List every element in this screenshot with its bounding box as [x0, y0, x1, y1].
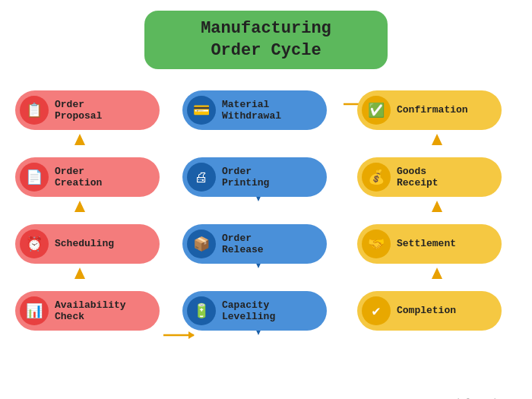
cell-scheduling: ⏰ Scheduling	[8, 211, 167, 277]
node-confirmation: ✅ Confirmation	[357, 90, 502, 130]
node-goods-receipt: 💰 GoodsReceipt	[357, 157, 502, 197]
node-order-printing: 🖨 OrderPrinting	[182, 157, 327, 197]
cell-confirmation: ✅ Confirmation	[342, 77, 517, 144]
scheduling-icon: ⏰	[20, 230, 49, 258]
cell-order-printing: 🖨 OrderPrinting	[167, 144, 342, 211]
cell-capacity-levelling: 🔋 CapacityLevelling	[167, 277, 342, 344]
capacity-levelling-icon: 🔋	[187, 296, 216, 325]
node-capacity-levelling: 🔋 CapacityLevelling	[182, 291, 327, 331]
material-withdrawal-label: MaterialWithdrawal	[222, 99, 281, 122]
order-creation-icon: 📄	[20, 163, 49, 192]
node-settlement: 🤝 Settlement	[357, 224, 502, 264]
cell-settlement: 🤝 Settlement	[342, 211, 517, 277]
page-title: Manufacturing Order Cycle	[158, 18, 374, 62]
settlement-icon: 🤝	[362, 230, 391, 258]
availability-check-label: AvailabilityCheck	[55, 299, 126, 323]
node-order-creation: 📄 OrderCreation	[15, 157, 160, 197]
title-box: Manufacturing Order Cycle	[144, 11, 388, 69]
nodes-grid: 📋 OrderProposal 💳 MaterialWithdrawal ✅ C…	[0, 77, 532, 344]
cell-goods-receipt: 💰 GoodsReceipt	[342, 144, 517, 211]
flow-wrapper: 📋 OrderProposal 💳 MaterialWithdrawal ✅ C…	[0, 77, 532, 344]
node-material-withdrawal: 💳 MaterialWithdrawal	[182, 90, 327, 130]
cell-order-proposal: 📋 OrderProposal	[8, 77, 167, 144]
completion-icon: ✔	[362, 296, 391, 325]
order-release-label: OrderRelease	[222, 233, 264, 256]
node-order-proposal: 📋 OrderProposal	[15, 90, 160, 130]
confirmation-label: Confirmation	[397, 104, 468, 116]
node-completion: ✔ Completion	[357, 291, 502, 331]
node-order-release: 📦 OrderRelease	[182, 224, 327, 264]
completion-label: Completion	[397, 305, 456, 317]
cell-material-withdrawal: 💳 MaterialWithdrawal	[167, 77, 342, 144]
order-release-icon: 📦	[187, 230, 216, 258]
cell-completion: ✔ Completion	[342, 277, 517, 344]
cell-order-creation: 📄 OrderCreation	[8, 144, 167, 211]
order-creation-label: OrderCreation	[55, 166, 102, 189]
availability-check-icon: 📊	[20, 296, 49, 325]
cell-order-release: 📦 OrderRelease	[167, 211, 342, 277]
goods-receipt-label: GoodsReceipt	[397, 166, 439, 189]
order-proposal-label: OrderProposal	[55, 99, 102, 122]
material-withdrawal-icon: 💳	[187, 96, 216, 125]
cell-availability-check: 📊 AvailabilityCheck	[8, 277, 167, 344]
scheduling-label: Scheduling	[55, 238, 114, 250]
capacity-levelling-label: CapacityLevelling	[222, 299, 275, 323]
order-printing-icon: 🖨	[187, 163, 216, 192]
goods-receipt-icon: 💰	[362, 163, 391, 192]
confirmation-icon: ✅	[362, 96, 391, 125]
settlement-label: Settlement	[397, 238, 456, 250]
node-scheduling: ⏰ Scheduling	[15, 224, 160, 264]
node-availability-check: 📊 AvailabilityCheck	[15, 291, 160, 331]
order-printing-label: OrderPrinting	[222, 166, 269, 189]
order-proposal-icon: 📋	[20, 96, 49, 125]
page: Manufacturing Order Cycle	[0, 11, 532, 399]
